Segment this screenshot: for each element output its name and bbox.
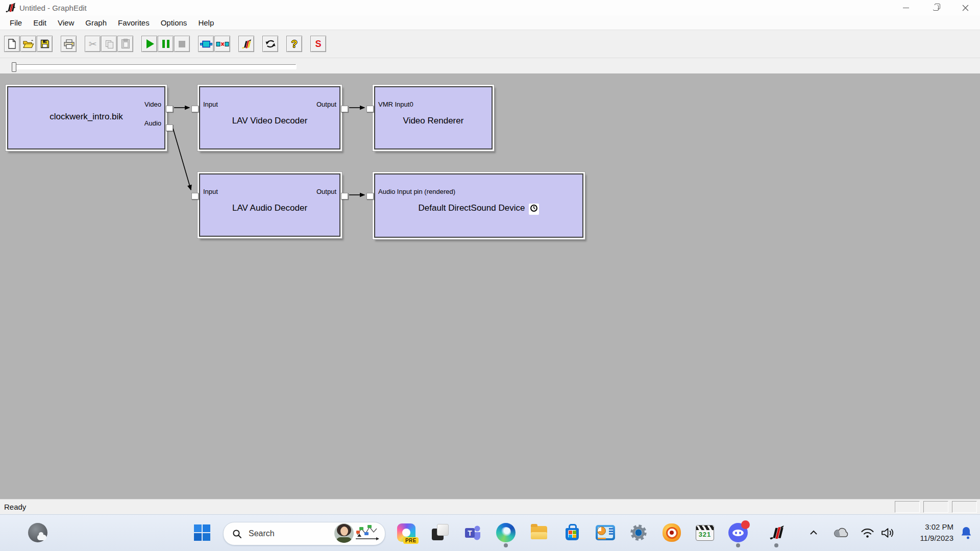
seek-track[interactable] xyxy=(14,64,296,69)
mpc-button[interactable]: 321 xyxy=(695,522,715,543)
play-button[interactable] xyxy=(141,36,157,52)
status-panel xyxy=(895,501,920,513)
close-button[interactable] xyxy=(950,0,980,15)
status-text: Ready xyxy=(4,503,26,511)
svg-text:T: T xyxy=(468,529,472,537)
pin-tab-input[interactable] xyxy=(191,106,199,112)
filter-lav-audio-decoder[interactable]: Input Output LAV Audio Decoder xyxy=(199,173,340,237)
filter-title: LAV Audio Decoder xyxy=(200,203,339,213)
pin-tab-audio-input[interactable] xyxy=(366,193,374,199)
pause-button[interactable] xyxy=(158,36,174,52)
print-button[interactable] xyxy=(61,36,77,52)
filter-title: Video Renderer xyxy=(375,116,492,126)
volume-tray-button[interactable] xyxy=(879,522,896,543)
seek-thumb[interactable] xyxy=(12,62,16,72)
cut-button[interactable]: ✂ xyxy=(85,36,101,52)
microsoft-store-button[interactable] xyxy=(562,522,582,543)
graph-canvas[interactable]: clockwerk_intro.bik Video Audio Input Ou… xyxy=(0,73,980,499)
pause-icon xyxy=(162,40,169,48)
cut-scissors-icon: ✂ xyxy=(89,39,97,49)
pin-tab-output[interactable] xyxy=(341,106,348,112)
teams-icon: T xyxy=(462,522,483,543)
graphedit-taskbar-button[interactable] xyxy=(766,522,787,543)
notification-bell-button[interactable] xyxy=(959,522,974,543)
filter-directsound-device[interactable]: Audio Input pin (rendered) Default Direc… xyxy=(374,173,583,238)
onedrive-tray-button[interactable] xyxy=(832,522,850,543)
discord-icon xyxy=(728,523,748,542)
menu-file[interactable]: File xyxy=(4,17,28,29)
pin-tab-input[interactable] xyxy=(191,193,199,199)
new-file-icon xyxy=(8,39,16,49)
search-highlight[interactable] xyxy=(334,523,383,543)
graphedit-app-icon xyxy=(4,2,16,13)
tray-clock[interactable]: 3:02 PM 11/9/2023 xyxy=(920,521,953,544)
squares-app-button[interactable] xyxy=(429,522,450,543)
paste-icon xyxy=(121,39,130,48)
volume-icon xyxy=(880,527,895,539)
seek-bar xyxy=(0,58,980,73)
menu-options[interactable]: Options xyxy=(155,17,193,29)
pin-tab-vmr-input0[interactable] xyxy=(366,106,374,112)
settings-button[interactable] xyxy=(628,522,649,543)
filter-title: LAV Video Decoder xyxy=(200,116,339,126)
status-panels xyxy=(895,501,977,513)
restore-button[interactable] xyxy=(921,0,950,15)
copilot-button[interactable]: PRE xyxy=(396,522,416,543)
window-title: Untitled - GraphEdit xyxy=(19,4,87,12)
menu-help[interactable]: Help xyxy=(192,17,219,29)
stop-button[interactable] xyxy=(174,36,190,52)
graphedit-taskbar-icon xyxy=(768,524,785,541)
search-icon xyxy=(232,529,242,539)
help-icon: ? xyxy=(291,38,297,50)
insert-filter-button[interactable] xyxy=(198,36,214,52)
filter-source-file[interactable]: clockwerk_intro.bik Video Audio xyxy=(7,86,165,149)
menu-graph[interactable]: Graph xyxy=(80,17,112,29)
wifi-tray-button[interactable] xyxy=(860,522,875,543)
disconnect-pins-button[interactable] xyxy=(214,36,230,52)
pin-tab-video[interactable] xyxy=(166,106,173,112)
xnview-button[interactable] xyxy=(662,522,682,543)
start-button[interactable] xyxy=(192,522,212,543)
stop-icon xyxy=(179,41,185,47)
graphedit-logo-icon xyxy=(241,39,252,49)
pin-tab-audio[interactable] xyxy=(166,124,173,131)
filter-video-renderer[interactable]: VMR Input0 Video Renderer xyxy=(374,86,493,149)
paste-button[interactable] xyxy=(117,36,133,52)
widgets-button[interactable] xyxy=(28,522,48,543)
edge-button[interactable] xyxy=(496,522,516,543)
graphedit-logo-button[interactable] xyxy=(238,36,254,52)
file-explorer-icon xyxy=(531,526,547,539)
toolbar: ✂ xyxy=(0,30,980,58)
filter-lav-video-decoder[interactable]: Input Output LAV Video Decoder xyxy=(199,86,340,149)
tray-chevron-button[interactable] xyxy=(807,522,820,543)
new-file-button[interactable] xyxy=(4,36,20,52)
help-button[interactable]: ? xyxy=(286,36,302,52)
pin-input: Input xyxy=(203,101,218,108)
open-file-button[interactable] xyxy=(20,36,36,52)
close-icon xyxy=(962,5,969,11)
discord-button[interactable] xyxy=(728,522,748,543)
pin-tab-output[interactable] xyxy=(341,193,348,199)
pin-input: Input xyxy=(203,188,218,195)
menu-view[interactable]: View xyxy=(52,17,80,29)
file-explorer-button[interactable] xyxy=(529,522,549,543)
xnview-icon xyxy=(663,523,681,542)
search-box[interactable]: Search xyxy=(223,522,385,545)
wire-audio-to-decoder[interactable] xyxy=(173,129,191,190)
menu-favorites[interactable]: Favorites xyxy=(112,17,155,29)
stream-toggle-button[interactable]: S xyxy=(310,36,326,52)
refresh-button[interactable] xyxy=(262,36,278,52)
taskbar: Search PRE xyxy=(0,514,980,551)
teams-button[interactable]: T xyxy=(462,522,483,543)
filter-title: clockwerk_intro.bik xyxy=(8,112,164,122)
save-floppy-icon xyxy=(40,39,50,48)
minimize-button[interactable] xyxy=(891,0,921,15)
print-icon xyxy=(63,39,75,49)
copy-button[interactable] xyxy=(101,36,117,52)
disconnect-pins-icon xyxy=(216,40,229,48)
task-manager-button[interactable] xyxy=(595,522,616,543)
clock-time: 3:02 PM xyxy=(920,521,953,533)
menu-edit[interactable]: Edit xyxy=(28,17,52,29)
save-file-button[interactable] xyxy=(37,36,53,52)
discord-running-indicator xyxy=(736,543,740,547)
